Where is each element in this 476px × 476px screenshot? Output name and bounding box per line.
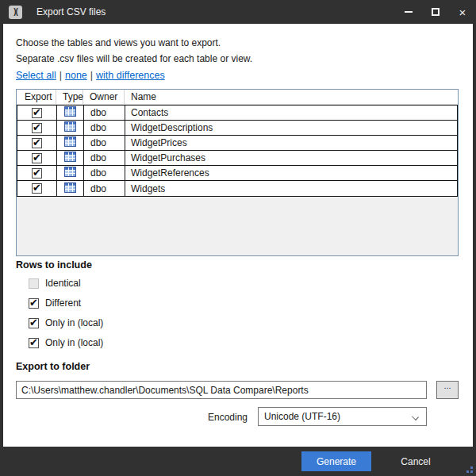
type-cell <box>57 121 84 135</box>
selection-links: Select all|none|with differences <box>16 70 165 81</box>
filter-checkbox[interactable] <box>29 278 39 289</box>
name-cell: WidgetReferences <box>125 166 457 180</box>
table-icon <box>64 121 76 134</box>
table-icon <box>64 106 76 119</box>
type-cell <box>57 136 84 150</box>
column-header-owner[interactable]: Owner <box>83 90 125 104</box>
resize-grip[interactable] <box>465 465 473 473</box>
export-checkbox[interactable] <box>32 108 42 118</box>
filter-label: Identical <box>45 278 81 289</box>
export-csv-dialog: )( Export CSV files × Choose the tables … <box>0 0 476 476</box>
type-cell <box>57 151 84 165</box>
owner-cell: dbo <box>84 136 125 150</box>
title-bar: )( Export CSV files × <box>0 0 476 24</box>
dialog-body: Choose the tables and views you want to … <box>3 24 473 447</box>
browse-folder-button[interactable]: ... <box>436 381 459 399</box>
cancel-button[interactable]: Cancel <box>390 451 441 471</box>
name-cell: Widgets <box>125 181 457 196</box>
intro-line-1: Choose the tables and views you want to … <box>16 37 221 48</box>
export-checkbox[interactable] <box>32 153 42 163</box>
export-cell <box>17 106 57 120</box>
column-header-export[interactable]: Export <box>17 90 56 104</box>
minimize-button[interactable] <box>395 0 422 24</box>
name-cell: WidgetPrices <box>125 136 457 150</box>
close-icon: × <box>459 6 466 18</box>
select-all-link[interactable]: Select all <box>16 70 56 81</box>
export-checkbox[interactable] <box>32 138 42 148</box>
export-checkbox[interactable] <box>32 123 42 133</box>
column-header-name[interactable]: Name <box>125 90 458 104</box>
row-filter-option: Identical <box>29 276 103 290</box>
encoding-dropdown[interactable]: Unicode (UTF-16) <box>258 407 427 426</box>
name-cell: WidgetDescriptions <box>125 121 457 135</box>
generate-button[interactable]: Generate <box>301 451 371 471</box>
filter-label: Only in (local) <box>45 317 103 328</box>
encoding-value: Unicode (UTF-16) <box>264 411 340 422</box>
row-filter-option: Only in (local) <box>29 316 103 330</box>
row-filter-option: Only in (local) <box>29 336 103 350</box>
export-checkbox[interactable] <box>32 168 42 178</box>
filter-checkbox[interactable] <box>29 298 39 309</box>
table-icon <box>64 152 76 164</box>
footer-bar: Generate Cancel <box>0 447 476 476</box>
owner-cell: dbo <box>84 151 125 165</box>
with-differences-link[interactable]: with differences <box>96 70 165 81</box>
name-cell: WidgetPurchases <box>125 151 457 165</box>
table-row[interactable]: dboWidgets <box>17 181 457 196</box>
filter-checkbox[interactable] <box>29 338 39 348</box>
owner-cell: dbo <box>84 121 125 135</box>
type-cell <box>57 181 84 196</box>
filter-checkbox[interactable] <box>29 318 39 328</box>
maximize-button[interactable] <box>422 0 449 24</box>
table-row[interactable]: dboWidgetPrices <box>17 136 457 151</box>
chevron-down-icon <box>412 413 419 420</box>
column-header-type[interactable]: Type <box>56 90 83 104</box>
table-row[interactable]: dboWidgetReferences <box>17 166 457 181</box>
owner-cell: dbo <box>84 106 125 120</box>
export-cell <box>17 181 57 196</box>
export-checkbox[interactable] <box>32 183 42 194</box>
type-cell <box>57 106 84 120</box>
filter-label: Only in (local) <box>45 337 103 348</box>
owner-cell: dbo <box>84 166 125 180</box>
table-row[interactable]: dboWidgetDescriptions <box>17 121 457 136</box>
row-filter-option: Different <box>29 296 103 310</box>
table-icon <box>64 167 76 179</box>
minimize-icon <box>405 11 413 13</box>
maximize-icon <box>432 8 440 16</box>
export-cell <box>17 136 57 150</box>
grid-body: dboContactsdboWidgetDescriptionsdboWidge… <box>17 105 458 197</box>
rows-to-include-options: IdenticalDifferentOnly in (local)Only in… <box>29 276 103 355</box>
tables-grid: Export Type Owner Name dboContactsdboWid… <box>16 89 459 256</box>
filter-label: Different <box>45 298 81 309</box>
window-title: Export CSV files <box>36 6 106 17</box>
encoding-label: Encoding <box>208 412 248 423</box>
app-icon: )( <box>9 6 22 19</box>
table-row[interactable]: dboWidgetPurchases <box>17 151 457 166</box>
name-cell: Contacts <box>125 106 457 120</box>
intro-line-2: Separate .csv files will be created for … <box>16 53 252 64</box>
type-cell <box>57 166 84 180</box>
export-folder-input[interactable] <box>16 381 427 399</box>
table-icon <box>64 136 76 149</box>
grid-header: Export Type Owner Name <box>17 90 458 105</box>
table-row[interactable]: dboContacts <box>17 106 457 121</box>
export-cell <box>17 121 57 135</box>
owner-cell: dbo <box>84 181 125 196</box>
link-separator: | <box>60 70 62 81</box>
close-button[interactable]: × <box>449 0 476 24</box>
export-cell <box>17 166 57 180</box>
rows-to-include-label: Rows to include <box>16 259 92 271</box>
table-icon <box>64 182 76 195</box>
select-none-link[interactable]: none <box>65 70 87 81</box>
export-to-folder-label: Export to folder <box>16 361 90 372</box>
export-cell <box>17 151 57 165</box>
link-separator: | <box>90 70 93 81</box>
